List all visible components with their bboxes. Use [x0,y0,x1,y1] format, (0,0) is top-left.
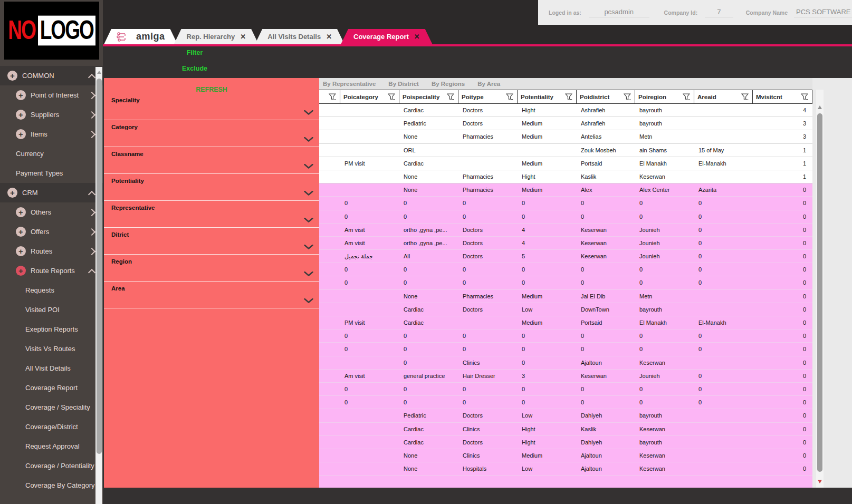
view-tab-by-representative[interactable]: By Representative [323,81,376,87]
table-cell-mvisitcnt: 0 [753,329,812,342]
sidebar-item-items[interactable]: +Items [0,124,103,144]
chevron-down-icon[interactable] [304,215,313,225]
table-cell-poispeciality: Pediatric [399,117,458,130]
scroll-up-icon[interactable] [818,105,822,109]
chevron-down-icon[interactable] [304,161,313,171]
sidebar-item-others[interactable]: +Others [0,202,103,222]
close-icon[interactable]: ✕ [326,33,332,41]
logged-in-value[interactable]: pcsadmin [589,8,649,17]
sidebar-item-exeption-reports[interactable]: Exeption Reports [0,319,103,339]
filter-funnel-icon[interactable] [329,93,337,100]
table-cell-areaid [694,170,753,183]
chevron-right-icon [88,247,95,255]
column-header-poicategory[interactable]: Poicategory [340,90,399,104]
chevron-down-icon[interactable] [304,296,313,305]
table-cell-poicategory: 0 [340,396,399,409]
table-cell-areaid [694,104,753,117]
sidebar-item-payment-types[interactable]: Payment Types [0,163,103,183]
filter-funnel-icon[interactable] [388,93,396,100]
table-cell-mvisitcnt: 0 [753,409,812,422]
filter-funnel-icon[interactable] [565,93,573,100]
column-header-mvisitcnt[interactable]: Mvisitcnt [753,90,812,104]
view-tab-by-district[interactable]: By District [388,81,419,87]
exclude-button[interactable]: Exclude [182,65,207,72]
sidebar-item-requests[interactable]: Requests [0,280,103,300]
filter-button[interactable]: Filter [187,49,203,56]
table-cell-areaid [694,462,753,475]
sidebar-item-crm[interactable]: +CRM [0,183,103,202]
sidebar-item-coverage-speciality[interactable]: Coverage / Speciality [0,398,103,417]
chevron-down-icon[interactable] [304,242,313,251]
table-cell-areaid [694,436,753,449]
sidebar-item-currency[interactable]: Currency [0,144,103,163]
filter-funnel-icon[interactable] [683,93,691,100]
sidebar-item-routes[interactable]: +Routes [0,241,103,261]
filter-field-area[interactable]: Area [104,282,319,308]
tab-coverage-report[interactable]: Coverage Report✕ [341,29,433,44]
column-header-potentiality[interactable]: Potentiality [518,90,577,104]
scroll-down-icon[interactable] [818,480,822,483]
filter-funnel-icon[interactable] [506,93,514,100]
sidebar-scroll-thumb[interactable] [97,79,102,454]
sidebar-item-coverage-by-category[interactable]: Coverage By Category [0,476,103,495]
logged-in-label: Loged in as: [549,9,581,16]
chevron-down-icon[interactable] [304,108,313,117]
chevron-right-icon [88,91,95,99]
chevron-right-icon [88,111,95,118]
filter-funnel-icon[interactable] [741,93,749,100]
filter-funnel-icon[interactable] [801,93,809,100]
view-tab-by-area[interactable]: By Area [477,81,500,87]
column-header-poispeciality[interactable]: Poispeciality [399,90,458,104]
filter-field-potentiality[interactable]: Potentiality [104,174,319,201]
filter-funnel-icon[interactable] [447,93,455,100]
sidebar-item-offers[interactable]: +Offers [0,222,103,241]
tab-brand[interactable]: amiga [104,29,178,44]
company-id-value[interactable]: 7 [705,8,733,17]
filter-funnel-icon[interactable] [624,93,631,100]
refresh-button[interactable]: REFRESH [104,78,319,93]
table-cell-poispeciality: ORL [399,144,458,157]
close-icon[interactable]: ✕ [240,33,246,41]
sidebar-item-request-approval[interactable]: Request Approval [0,437,103,456]
sidebar-item-point-of-interest[interactable]: +Point of Interest [0,85,103,105]
sidebar-item-visits-vs-routes[interactable]: Visits Vs Routes [0,339,103,358]
column-header-poiregion[interactable]: Poiregion [635,90,694,104]
column-header-poitype[interactable]: Poitype [458,90,518,104]
table-cell-poiregion: 0 [635,210,694,223]
filter-field-category[interactable]: Category [104,120,319,147]
chevron-down-icon[interactable] [304,134,313,144]
chevron-up-icon [88,269,95,276]
table-cell-areaid [694,130,753,143]
table-cell-poiregion: Keserwan [635,170,694,183]
column-header-areaid[interactable]: Areaid [694,90,753,104]
table-cell-poiregion: El Manakh [635,157,694,170]
close-icon[interactable]: ✕ [414,33,420,41]
filter-field-representative[interactable]: Representative [104,201,319,228]
chevron-down-icon[interactable] [304,188,313,198]
sidebar-item-suppliers[interactable]: +Suppliers [0,105,103,124]
sidebar-item-coverage-potentiality[interactable]: Coverage / Potentiality [0,456,103,476]
table-cell-areaid [694,423,753,435]
scroll-up-icon[interactable] [97,71,101,74]
company-name-value[interactable]: PCS SOFTWARE [794,8,852,17]
sidebar-item-common[interactable]: +COMMON [0,66,103,85]
column-header-poidistrict[interactable]: Poidistrict [577,90,635,104]
view-tab-by-regions[interactable]: By Regions [432,81,465,87]
filter-field-ditrict[interactable]: Ditrict [104,228,319,255]
filter-field-classname[interactable]: Classname [104,147,319,174]
tab-all-visits-details[interactable]: All Visits Details✕ [255,29,344,44]
table-cell-poicategory [340,436,399,449]
table-scrollbar[interactable] [816,90,824,488]
filter-field-speciality[interactable]: Speciality [104,93,319,120]
sidebar-item-visited-poi[interactable]: Visited POI [0,300,103,319]
filter-field-region[interactable]: Region [104,255,319,282]
sidebar-item-coverage-report[interactable]: Coverage Report [0,378,103,398]
sidebar-scrollbar[interactable] [95,67,102,504]
sidebar-item-route-reports[interactable]: +Route Reports [0,261,103,280]
sidebar-item-coverage-district[interactable]: Coverage/District [0,417,103,437]
table-cell-mvisitcnt: 0 [753,396,812,409]
sidebar-item-all-visit-details[interactable]: All Visit Details [0,358,103,378]
tab-rep-hierarchy[interactable]: Rep. Hierarchy✕ [174,29,259,44]
chevron-down-icon[interactable] [304,269,313,278]
table-scroll-thumb[interactable] [817,113,822,472]
